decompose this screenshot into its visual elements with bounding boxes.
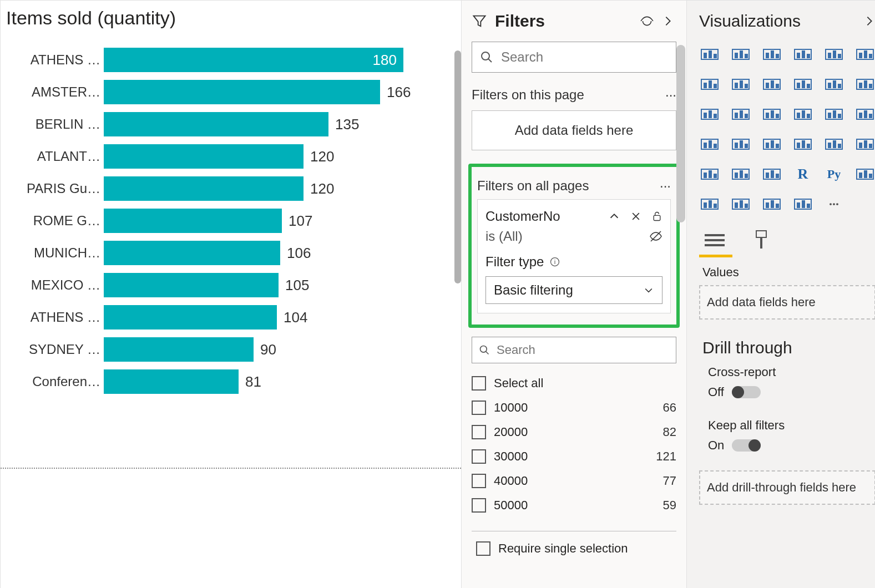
viz-more-icon[interactable]: ··· [821,191,847,217]
viz-map-icon[interactable] [697,131,722,157]
svg-rect-85 [735,143,738,148]
bar[interactable] [104,273,279,297]
viz-stacked-bar-icon[interactable] [697,42,722,67]
svg-rect-113 [766,173,769,178]
viz-line-icon[interactable] [697,72,722,97]
viz-table-icon[interactable] [728,161,753,187]
bar-label: ATHENS … [6,310,104,325]
eye-icon[interactable] [640,14,654,28]
viz-stacked-column-icon[interactable] [790,42,816,67]
viz-qna-icon[interactable] [728,191,753,217]
bar[interactable] [104,144,304,169]
viz-100-column-icon[interactable] [852,42,875,67]
viz-visual-store-icon[interactable] [790,191,816,217]
filters-scrollbar[interactable] [676,45,685,222]
bar[interactable] [104,176,304,201]
viz-paginated-icon[interactable] [759,191,785,217]
clear-icon[interactable] [630,210,641,222]
collapse-icon[interactable] [608,210,620,222]
checkbox[interactable] [472,498,486,513]
viz-card-icon[interactable] [790,131,816,157]
svg-rect-17 [766,53,769,58]
viz-decomposition-icon[interactable] [697,191,722,217]
bar[interactable] [104,80,380,104]
bar[interactable] [104,369,239,394]
cross-report-toggle[interactable] [732,386,761,398]
viz-waterfall-icon[interactable] [697,102,722,127]
viz-matrix-icon[interactable] [759,161,785,187]
viz-funnel-icon[interactable] [728,102,753,127]
page-filters-dropzone[interactable]: Add data fields here [472,110,676,150]
svg-rect-139 [756,231,766,237]
svg-rect-47 [807,84,810,88]
values-dropzone[interactable]: Add data fields here [699,285,875,320]
bar[interactable] [104,305,277,330]
bar[interactable] [104,241,280,265]
viz-kpi-icon[interactable] [852,131,875,157]
checkbox[interactable] [472,425,486,439]
viz-donut-icon[interactable] [821,102,847,127]
viz-slicer-icon[interactable] [697,161,722,187]
filter-values-search-input[interactable] [495,342,669,358]
hide-icon[interactable] [649,230,662,243]
svg-rect-29 [859,53,862,58]
viz-key-influencers-icon[interactable] [852,161,875,187]
bar-row: PARIS Gu…120 [6,174,429,203]
lock-icon[interactable] [651,210,662,222]
filter-value-label: 20000 [494,425,528,439]
viz-filled-map-icon[interactable] [728,131,753,157]
filter-value-item[interactable]: Select all [472,371,676,396]
filter-value-item[interactable]: 2000082 [472,420,676,444]
chart-scrollbar[interactable] [454,50,461,283]
viz-gauge-icon[interactable] [759,131,785,157]
viz-clustered-bar-icon[interactable] [759,42,785,67]
viz-scatter-icon[interactable] [759,102,785,127]
viz-100-bar-icon[interactable] [821,42,847,67]
checkbox[interactable] [472,474,486,488]
more-icon[interactable]: ··· [660,178,671,194]
filters-search-input[interactable] [500,49,668,65]
viz-r-icon[interactable]: R [790,161,816,187]
bar[interactable] [104,337,254,362]
filter-value-item[interactable]: 1000066 [472,396,676,420]
viz-area-icon[interactable] [728,72,753,97]
cross-report-label: Cross-report [708,365,867,379]
filter-values-search[interactable] [472,337,676,363]
require-single-checkbox[interactable] [476,541,490,556]
bar[interactable] [104,209,282,233]
format-tab[interactable] [749,228,773,252]
filter-field-name: CustomerNo [485,209,600,224]
chevron-right-icon[interactable] [662,15,674,27]
svg-point-6 [481,346,487,353]
filter-value-item[interactable]: 4000077 [472,469,676,493]
viz-line-column-icon[interactable] [790,72,816,97]
filters-search[interactable] [472,42,676,73]
viz-clustered-column-icon[interactable] [728,42,753,67]
viz-py-icon[interactable]: Py [821,161,847,187]
viz-line-column2-icon[interactable] [821,72,847,97]
viz-pie-icon[interactable] [790,102,816,127]
svg-rect-31 [869,54,872,58]
bar[interactable]: 180 [104,48,403,72]
svg-rect-63 [745,114,748,118]
filter-value-item[interactable]: 5000059 [472,493,676,518]
viz-treemap-icon[interactable] [852,102,875,127]
chevron-right-icon[interactable] [863,15,875,27]
keep-filters-toggle[interactable] [732,439,761,452]
drillthrough-dropzone[interactable]: Add drill-through fields here [699,470,875,505]
bar[interactable] [104,112,328,136]
viz-multi-card-icon[interactable] [821,131,847,157]
checkbox[interactable] [472,376,486,391]
checkbox[interactable] [472,449,486,464]
viz-ribbon-icon[interactable] [852,72,875,97]
filter-type-select[interactable]: Basic filtering [485,276,662,304]
info-icon[interactable]: i [549,256,560,267]
more-icon[interactable]: ··· [665,87,676,103]
fields-tab[interactable] [702,228,727,252]
bar-label: AMSTER… [6,84,104,100]
bar-row: SYDNEY …90 [6,335,429,364]
viz-stacked-area-icon[interactable] [759,72,785,97]
checkbox[interactable] [472,401,486,415]
svg-rect-115 [776,174,779,178]
filter-value-item[interactable]: 30000121 [472,444,676,469]
